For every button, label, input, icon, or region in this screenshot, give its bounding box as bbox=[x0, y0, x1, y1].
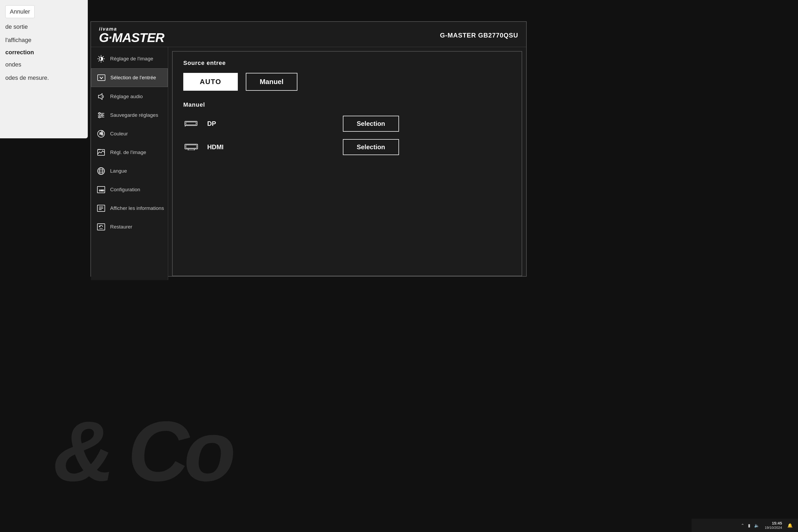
svg-text:B: B bbox=[101, 133, 103, 136]
os-correction-title: correction bbox=[5, 49, 82, 56]
svg-line-8 bbox=[98, 61, 99, 61]
os-ondes-label: ondes bbox=[5, 60, 82, 69]
source-buttons-row: AUTO Manuel bbox=[183, 73, 511, 91]
bell-icon[interactable]: 🔔 bbox=[787, 523, 793, 528]
model-name: G-MASTER GB2770QSU bbox=[440, 32, 518, 39]
sidebar-label-langue: Langue bbox=[110, 168, 127, 174]
svg-text:OSD: OSD bbox=[99, 189, 104, 192]
hdmi-port-icon bbox=[183, 144, 199, 150]
hdmi-row: HDMI Selection bbox=[183, 139, 511, 155]
dp-row: DP Selection bbox=[183, 116, 511, 132]
manuel-section-title: Manuel bbox=[183, 101, 511, 108]
sidebar-item-regl-image[interactable]: Régl. de l'image bbox=[91, 144, 168, 162]
sidebar-item-selection-entree[interactable]: Sélection de l'entrée bbox=[91, 68, 168, 87]
dp-label: DP bbox=[207, 120, 228, 128]
dp-port-icon bbox=[183, 120, 199, 127]
svg-point-15 bbox=[101, 114, 103, 116]
sidebar-label-afficher-infos: Afficher les informations bbox=[110, 205, 164, 211]
audio-icon bbox=[96, 92, 106, 101]
hdmi-label: HDMI bbox=[207, 144, 228, 151]
annuler-button[interactable]: Annuler bbox=[5, 5, 35, 18]
auto-button[interactable]: AUTO bbox=[183, 73, 238, 91]
image-adjust-icon bbox=[96, 148, 106, 157]
volume-icon[interactable]: 🔈 bbox=[754, 523, 759, 528]
svg-rect-40 bbox=[186, 145, 196, 148]
sidebar-item-sauvegarde[interactable]: Sauvegarde réglages bbox=[91, 106, 168, 124]
os-panel: Annuler de sortie l'affichage correction… bbox=[0, 0, 88, 138]
sidebar-label-sauvegarde: Sauvegarde réglages bbox=[110, 112, 158, 118]
info-list-icon bbox=[96, 204, 106, 213]
brightness-icon bbox=[96, 54, 106, 63]
hdmi-selection-button[interactable]: Selection bbox=[343, 139, 399, 155]
chevron-up-icon[interactable]: ⌃ bbox=[741, 523, 744, 528]
sidebar-label-selection-entree: Sélection de l'entrée bbox=[110, 75, 156, 81]
brand-logo: iivama G·MASTER bbox=[99, 26, 164, 44]
svg-line-5 bbox=[98, 56, 99, 57]
os-mesures-label: odes de mesure. bbox=[5, 73, 82, 82]
taskbar-time: 15:45 19/10/2024 bbox=[765, 520, 782, 530]
svg-point-16 bbox=[99, 116, 100, 118]
sidebar-label-restaurer: Restaurer bbox=[110, 224, 132, 230]
svg-line-6 bbox=[103, 61, 104, 61]
osd-sidebar: Réglage de l'image Sélection de l'entrée bbox=[91, 47, 168, 280]
time-display: 15:45 bbox=[772, 520, 782, 526]
sidebar-item-reglage-audio[interactable]: Réglage audio bbox=[91, 88, 168, 106]
osd-content-area: Source entree AUTO Manuel Manuel DP Sele… bbox=[172, 51, 522, 276]
svg-rect-21 bbox=[98, 150, 104, 155]
input-select-icon bbox=[97, 73, 106, 82]
sidebar-label-reglage-image: Réglage de l'image bbox=[110, 56, 153, 62]
sidebar-label-reglage-audio: Réglage audio bbox=[110, 94, 143, 99]
os-sortie-label: de sortie bbox=[5, 22, 82, 32]
taskbar: ⌃ ▮ 🔈 15:45 19/10/2024 🔔 bbox=[691, 519, 798, 532]
network-icon[interactable]: ▮ bbox=[748, 523, 750, 528]
sidebar-item-couleur[interactable]: R G B Couleur bbox=[91, 125, 168, 143]
settings-sliders-icon bbox=[96, 110, 106, 120]
sidebar-item-restaurer[interactable]: Restaurer bbox=[91, 218, 168, 236]
source-entree-title: Source entree bbox=[183, 60, 511, 66]
sidebar-label-regl-image: Régl. de l'image bbox=[110, 150, 146, 155]
osd-config-icon: OSD bbox=[96, 185, 106, 194]
taskbar-icons: ⌃ ▮ 🔈 bbox=[741, 523, 759, 528]
sidebar-item-reglage-image[interactable]: Réglage de l'image bbox=[91, 50, 168, 68]
restore-icon bbox=[96, 222, 106, 232]
brand-gmaster: G·MASTER bbox=[99, 32, 164, 44]
svg-marker-10 bbox=[98, 94, 102, 99]
os-affichage-label: l'affichage bbox=[5, 36, 82, 45]
manuel-button[interactable]: Manuel bbox=[246, 73, 298, 91]
dp-selection-button[interactable]: Selection bbox=[343, 116, 399, 132]
svg-rect-37 bbox=[186, 122, 196, 125]
sidebar-label-configuration: Configuration bbox=[110, 187, 140, 193]
osd-container: iivama G·MASTER G-MASTER GB2770QSU bbox=[91, 21, 527, 277]
sidebar-label-couleur: Couleur bbox=[110, 131, 128, 137]
color-icon: R G B bbox=[96, 129, 106, 138]
date-display: 19/10/2024 bbox=[765, 526, 782, 530]
osd-body: Réglage de l'image Sélection de l'entrée bbox=[91, 47, 526, 280]
sidebar-item-langue[interactable]: Langue bbox=[91, 162, 168, 180]
sidebar-item-afficher-infos[interactable]: Afficher les informations bbox=[91, 199, 168, 217]
watermark: & Co bbox=[53, 402, 231, 500]
svg-point-14 bbox=[99, 113, 100, 114]
osd-header: iivama G·MASTER G-MASTER GB2770QSU bbox=[91, 22, 526, 47]
svg-rect-9 bbox=[98, 75, 105, 81]
svg-line-7 bbox=[103, 56, 104, 57]
svg-rect-34 bbox=[97, 224, 105, 230]
sidebar-item-configuration[interactable]: OSD Configuration bbox=[91, 180, 168, 199]
globe-icon bbox=[96, 166, 106, 176]
